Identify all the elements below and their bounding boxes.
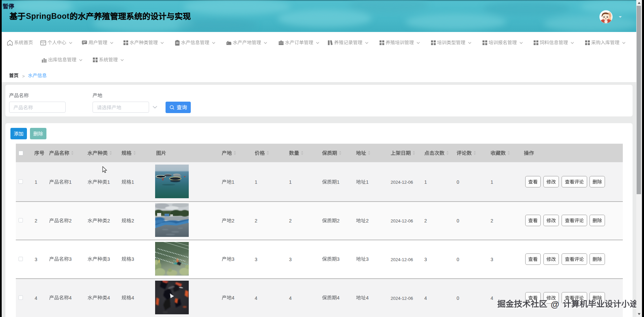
svg-text:4: 4 [69,295,72,300]
svg-text:1: 1 [337,179,339,184]
svg-text:1: 1 [107,179,110,184]
svg-text:2: 2 [231,218,234,223]
svg-text:4: 4 [131,295,134,300]
svg-text:4: 4 [337,295,339,300]
svg-text:4: 4 [366,295,368,300]
svg-text:3: 3 [69,256,72,261]
svg-text:3: 3 [366,256,368,261]
svg-text:1: 1 [131,179,134,184]
svg-text:3: 3 [107,256,110,261]
svg-text:2: 2 [337,218,339,223]
svg-text:3: 3 [231,256,234,261]
svg-text:2: 2 [366,218,368,223]
svg-text:4: 4 [231,295,234,300]
svg-text:2: 2 [131,218,134,223]
svg-text:2: 2 [69,218,72,223]
svg-text:1: 1 [366,179,368,184]
svg-text:3: 3 [337,256,339,261]
svg-text:2: 2 [107,218,110,223]
svg-text:1: 1 [231,179,234,184]
svg-text:1: 1 [69,179,72,184]
svg-text:4: 4 [107,295,110,300]
svg-text:3: 3 [131,256,134,261]
